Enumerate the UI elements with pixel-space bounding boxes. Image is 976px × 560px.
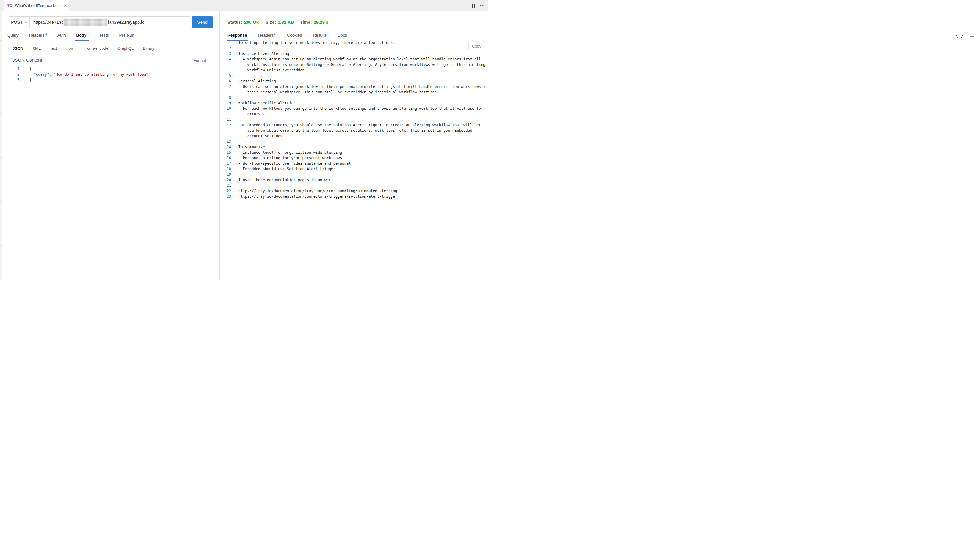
tab-label: JSON: [13, 46, 23, 51]
response-line-text: For Embedded customers, you should use t…: [238, 122, 481, 128]
response-line: 7- Users can set an alerting workflow in…: [220, 84, 488, 89]
response-line: their personal workspace. This can still…: [220, 89, 488, 95]
editor-code: }: [29, 77, 32, 83]
response-line: 15- Instance-level for organization-wide…: [220, 150, 488, 155]
url-suffix: fa439e2.trayapp.io: [108, 20, 144, 25]
editor-line-number: 3: [13, 77, 20, 83]
request-tab[interactable]: TC What's the difference bet.. ✕: [4, 0, 69, 11]
response-line-text: https://tray.io/documentation/connectors…: [238, 194, 397, 199]
request-tabs: QueryHeaders3AuthBody1TestsPre Run: [7, 30, 134, 40]
tab-count-badge: 5: [274, 32, 276, 36]
tab-label: Headers: [29, 33, 45, 38]
response-line-text: https://tray.io/documentation/tray-uac/e…: [238, 188, 397, 194]
response-line: 19: [220, 172, 488, 177]
tab-label: GraphQL: [117, 46, 134, 51]
tab-count-badge: 1: [87, 32, 89, 36]
response-line-number: 8: [220, 95, 231, 100]
response-line-number: 11: [220, 117, 231, 122]
response-line-text: To summarize:: [238, 144, 267, 150]
thunder-client-logo: TC: [7, 4, 12, 8]
tab-pre-run[interactable]: Pre Run: [119, 30, 135, 40]
send-button[interactable]: Send: [192, 17, 213, 28]
response-line-text: - For each workflow, you can go into the…: [238, 106, 483, 111]
more-options-icon[interactable]: ⋯: [480, 3, 485, 8]
url-input[interactable]: https://04e713c fa439e2.trayapp.io: [30, 17, 144, 28]
method-dropdown[interactable]: POST ∨: [9, 17, 30, 28]
url-bar: POST ∨ https://04e713c fa439e2.trayapp.i…: [8, 17, 191, 28]
tab-query[interactable]: Query: [7, 30, 18, 40]
url-redacted-segment: [64, 18, 107, 26]
response-line-number: 18: [220, 166, 231, 172]
response-line-number: 2: [220, 45, 231, 51]
response-line-number: 22: [220, 188, 231, 194]
response-line-text: To set up alerting for your workflows in…: [238, 40, 395, 45]
editor-line: 3}: [13, 77, 207, 83]
response-line-number: [220, 62, 231, 67]
tab-label: Docs: [338, 33, 347, 38]
collapsed-sidebar-strip[interactable]: [0, 11, 2, 280]
tab-label: Text: [50, 46, 57, 51]
response-line-text: errors.: [247, 111, 263, 117]
tab-label: Auth: [57, 33, 66, 38]
body-type-tabs: JSONXMLTextFormForm-encodeGraphQLBinary: [13, 44, 154, 52]
response-tab-cookies[interactable]: Cookies: [287, 30, 302, 40]
chevron-down-icon: ∨: [25, 21, 27, 24]
response-tabs: ResponseHeaders5CookiesResultsDocs: [227, 30, 347, 40]
body-tab-form-encode[interactable]: Form-encode: [85, 44, 108, 52]
response-line-number: 17: [220, 161, 231, 166]
json-body-editor[interactable]: 1{2 "query": "How do I set up alerting f…: [13, 65, 208, 279]
tab-label: Cookies: [287, 33, 302, 38]
response-line: 16- Personal alerting for your personal …: [220, 155, 488, 161]
response-line: 4- A Workspace Admin can set up an alert…: [220, 57, 488, 62]
split-editor-icon[interactable]: [470, 4, 475, 8]
response-line-text: their personal workspace. This can still…: [247, 89, 439, 95]
body-tab-text[interactable]: Text: [50, 44, 57, 52]
response-line-number: 21: [220, 183, 231, 188]
editor-line-number: 2: [13, 72, 20, 77]
tab-auth[interactable]: Auth: [57, 30, 66, 40]
response-line-number: [220, 67, 231, 73]
copy-button[interactable]: Copy: [468, 42, 485, 50]
tab-headers[interactable]: Headers3: [29, 30, 47, 40]
response-line-number: 10: [220, 106, 231, 111]
response-line: 5: [220, 73, 488, 78]
response-tab-docs[interactable]: Docs: [338, 30, 347, 40]
response-line: 18- Embedded should use Solution Alert t…: [220, 166, 488, 172]
response-line-text: you know about errors at the team level …: [247, 128, 472, 133]
body-tab-binary[interactable]: Binary: [143, 44, 154, 52]
tab-label: Form-encode: [85, 46, 108, 51]
response-line-number: 9: [220, 100, 231, 106]
tab-label: Pre Run: [119, 33, 135, 38]
response-line: workflow unless overridden.: [220, 67, 488, 73]
response-line-text: - Embedded should use Solution Alert tri…: [238, 166, 336, 172]
response-line: workflows. This is done in Settings > Ge…: [220, 62, 488, 67]
response-line: 13: [220, 139, 488, 144]
response-line-text: - Workflow-specific overrides instance a…: [238, 161, 351, 166]
time-value: 29.29 s: [314, 20, 328, 25]
response-line-text: - Users can set an alerting workflow in …: [238, 84, 487, 89]
response-status-row: Status: 200 OK Size: 1.32 KB Time: 29.29…: [227, 20, 334, 25]
response-line-number: [220, 133, 231, 139]
response-line-number: 13: [220, 139, 231, 144]
response-tab-headers[interactable]: Headers5: [258, 30, 276, 40]
format-button[interactable]: Format: [194, 58, 206, 63]
body-tab-graphql[interactable]: GraphQL: [117, 44, 134, 52]
response-tab-results[interactable]: Results: [313, 30, 327, 40]
response-line: 8: [220, 95, 488, 100]
response-line: 6Personal Alerting: [220, 78, 488, 84]
tab-tests[interactable]: Tests: [99, 30, 109, 40]
response-line: 1To set up alerting for your workflows i…: [220, 40, 488, 45]
tab-label: Headers: [258, 33, 274, 38]
tab-body[interactable]: Body1: [76, 30, 89, 40]
response-line-text: - Instance-level for organization-wide a…: [238, 150, 342, 155]
close-icon[interactable]: ✕: [64, 3, 67, 8]
response-line: 23https://tray.io/documentation/connecto…: [220, 194, 488, 199]
size-value: 1.32 KB: [278, 20, 294, 25]
body-tab-form[interactable]: Form: [66, 44, 75, 52]
body-tab-json[interactable]: JSON: [13, 44, 23, 52]
body-tab-xml[interactable]: XML: [32, 44, 40, 52]
response-line: 2: [220, 45, 488, 51]
response-tab-response[interactable]: Response: [227, 30, 247, 40]
tab-label: XML: [32, 46, 40, 51]
response-line-text: - A Workspace Admin can set up an alerti…: [238, 57, 481, 62]
